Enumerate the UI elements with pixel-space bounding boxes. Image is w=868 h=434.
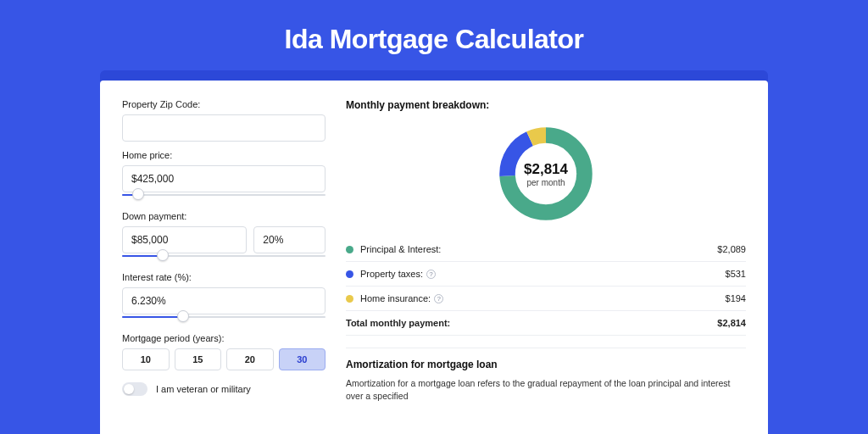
form-column: Property Zip Code: Home price: Down paym…	[122, 99, 326, 434]
period-option-20[interactable]: 20	[226, 348, 274, 370]
legend-dot	[346, 295, 353, 303]
page-title: Ida Mortgage Calculator	[0, 0, 868, 70]
info-icon[interactable]: ?	[434, 294, 443, 303]
field-interest-rate: Interest rate (%):	[122, 272, 326, 325]
legend: Principal & Interest:$2,089Property taxe…	[346, 236, 746, 336]
legend-label: Home insurance:?	[360, 293, 726, 303]
slider-thumb[interactable]	[157, 249, 169, 261]
field-veteran: I am veteran or military	[122, 382, 326, 396]
interest-rate-input[interactable]	[122, 287, 326, 314]
donut-center: $2,814 per month	[495, 123, 597, 225]
home-price-label: Home price:	[122, 150, 326, 160]
period-option-15[interactable]: 15	[175, 348, 222, 370]
home-price-slider[interactable]	[122, 191, 326, 203]
slider-fill	[122, 316, 183, 318]
legend-total-value: $2,814	[717, 318, 746, 328]
veteran-label: I am veteran or military	[156, 384, 251, 394]
mortgage-period-label: Mortgage period (years):	[122, 333, 326, 343]
slider-thumb[interactable]	[177, 310, 189, 322]
interest-rate-label: Interest rate (%):	[122, 272, 326, 282]
calculator-card: Property Zip Code: Home price: Down paym…	[100, 81, 768, 434]
legend-label: Property taxes:?	[360, 269, 726, 279]
field-down-payment: Down payment:	[122, 211, 326, 264]
legend-total-label: Total monthly payment:	[346, 318, 717, 328]
legend-value: $194	[726, 293, 746, 303]
donut-sub: per month	[526, 178, 565, 187]
period-options: 10152030	[122, 348, 326, 370]
legend-total-row: Total monthly payment:$2,814	[346, 311, 746, 336]
donut-chart-wrap: $2,814 per month	[346, 118, 746, 236]
down-payment-label: Down payment:	[122, 211, 326, 221]
home-price-input[interactable]	[122, 165, 326, 192]
zip-label: Property Zip Code:	[122, 99, 326, 109]
amortization-title: Amortization for mortgage loan	[346, 359, 746, 370]
legend-row: Home insurance:?$194	[346, 287, 746, 311]
amortization-text: Amortization for a mortgage loan refers …	[346, 377, 746, 402]
toggle-knob	[124, 384, 134, 394]
legend-value: $2,089	[717, 244, 746, 254]
legend-value: $531	[726, 269, 746, 279]
down-payment-slider[interactable]	[122, 252, 326, 264]
field-mortgage-period: Mortgage period (years): 10152030	[122, 333, 326, 370]
period-option-10[interactable]: 10	[122, 348, 170, 370]
slider-track	[122, 194, 326, 196]
interest-rate-slider[interactable]	[122, 313, 326, 325]
donut-amount: $2,814	[524, 161, 568, 178]
legend-label: Principal & Interest:	[360, 244, 717, 254]
period-option-30[interactable]: 30	[279, 348, 326, 370]
field-home-price: Home price:	[122, 150, 326, 203]
zip-input[interactable]	[122, 114, 326, 142]
calculator-outer: Property Zip Code: Home price: Down paym…	[100, 70, 768, 434]
down-payment-input[interactable]	[122, 226, 247, 253]
field-zip: Property Zip Code:	[122, 99, 326, 142]
amortization-section: Amortization for mortgage loan Amortizat…	[346, 348, 746, 402]
info-icon[interactable]: ?	[426, 270, 436, 279]
breakdown-column: Monthly payment breakdown: $2,814 per mo…	[346, 99, 746, 434]
down-payment-pct-input[interactable]	[253, 226, 326, 253]
legend-row: Property taxes:?$531	[346, 262, 746, 287]
breakdown-title: Monthly payment breakdown:	[346, 99, 746, 111]
legend-dot	[346, 270, 353, 278]
slider-thumb[interactable]	[132, 188, 144, 200]
donut-chart: $2,814 per month	[495, 123, 597, 225]
legend-dot	[346, 246, 353, 253]
veteran-toggle[interactable]	[122, 382, 147, 396]
legend-row: Principal & Interest:$2,089	[346, 237, 746, 262]
